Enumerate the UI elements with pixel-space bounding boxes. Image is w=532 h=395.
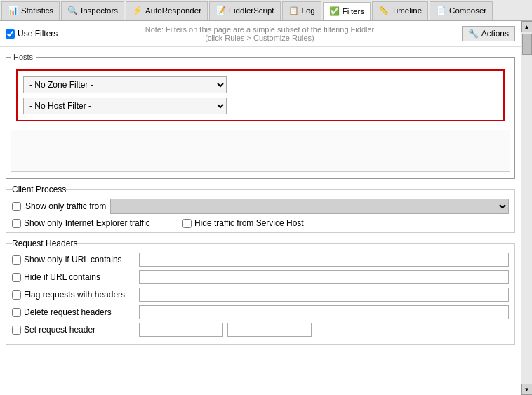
main-content: Use Filters Note: Filters on this page a…: [0, 21, 532, 395]
tab-fiddlerscript[interactable]: 📝 FiddlerScript: [209, 1, 281, 20]
scrollbar-up-button[interactable]: ▲: [521, 21, 533, 32]
hide-url-input[interactable]: [139, 270, 509, 284]
inspectors-icon: 🔍: [67, 6, 78, 15]
hide-url-label[interactable]: Hide if URL contains: [12, 272, 135, 282]
hide-service-host-checkbox[interactable]: [182, 219, 192, 228]
show-only-traffic-select[interactable]: [110, 199, 509, 214]
hosts-red-box: - No Zone Filter - Show only Intranet Ho…: [16, 69, 505, 121]
fiddlerscript-icon: 📝: [215, 6, 226, 15]
tab-filters-label: Filters: [343, 7, 364, 15]
tab-composer[interactable]: 📄 Composer: [430, 1, 493, 20]
flag-headers-input[interactable]: [139, 288, 509, 302]
content-area: Use Filters Note: Filters on this page a…: [0, 21, 521, 395]
log-icon: 📋: [288, 6, 299, 15]
tab-statistics[interactable]: 📊 Statistics: [1, 1, 60, 20]
delete-headers-input[interactable]: [139, 305, 509, 319]
bottom-spacer: [0, 351, 521, 365]
hide-url-text: Hide if URL contains: [24, 272, 100, 282]
tab-bar: 📊 Statistics 🔍 Inspectors ⚡ AutoResponde…: [0, 0, 532, 21]
hosts-legend: Hosts: [11, 53, 36, 61]
set-header-name-input[interactable]: [139, 323, 223, 337]
delete-headers-text: Delete request headers: [24, 307, 112, 317]
set-header-value-input[interactable]: [227, 323, 312, 337]
filters-icon: ✅: [329, 6, 340, 16]
show-ie-checkbox[interactable]: [12, 219, 21, 228]
scrollbar-track: ▲ ▼: [521, 21, 532, 395]
autoresponder-icon: ⚡: [132, 6, 142, 15]
tab-inspectors-label: Inspectors: [81, 6, 118, 15]
url-contains-checkbox[interactable]: [12, 255, 21, 265]
composer-icon: 📄: [436, 6, 446, 15]
tab-inspectors[interactable]: 🔍 Inspectors: [61, 1, 124, 20]
url-contains-label[interactable]: Show only if URL contains: [12, 255, 135, 265]
set-header-checkbox[interactable]: [12, 326, 21, 335]
tab-autoresponder-label: AutoResponder: [145, 6, 201, 15]
rh-row-delete-headers: Delete request headers: [12, 305, 509, 319]
delete-headers-label[interactable]: Delete request headers: [12, 307, 135, 317]
rh-row-url-contains: Show only if URL contains: [12, 253, 509, 267]
timeline-icon: 📏: [378, 6, 389, 15]
tab-log-label: Log: [302, 6, 315, 15]
note-text: Note: Filters on this page are a simple …: [63, 25, 455, 42]
inner-scroll[interactable]: Hosts - No Zone Filter - Show only Intra…: [0, 47, 521, 391]
rh-row-set-header: Set request header: [12, 323, 509, 337]
rh-row-flag-headers: Flag requests with headers: [12, 288, 509, 302]
scrollbar-thumb[interactable]: [522, 34, 532, 55]
use-filters-label[interactable]: Use Filters: [6, 29, 58, 39]
hosts-textarea[interactable]: [11, 130, 510, 172]
show-ie-text: Show only Internet Explorer traffic: [24, 218, 150, 228]
tab-statistics-label: Statistics: [21, 6, 53, 15]
ie-and-service-row: Show only Internet Explorer traffic Hide…: [12, 218, 509, 228]
tab-timeline[interactable]: 📏 Timeline: [372, 1, 428, 20]
tab-composer-label: Composer: [449, 6, 486, 15]
tab-log[interactable]: 📋 Log: [282, 1, 321, 20]
actions-button[interactable]: 🔧 Actions: [462, 26, 515, 41]
flag-headers-text: Flag requests with headers: [24, 290, 125, 300]
tab-fiddlerscript-label: FiddlerScript: [229, 6, 274, 15]
host-filter-select[interactable]: - No Host Filter - Hide connects to ...: [23, 98, 227, 114]
hide-service-host-text: Hide traffic from Service Host: [194, 218, 304, 228]
set-header-label[interactable]: Set request header: [12, 325, 135, 335]
flag-headers-label[interactable]: Flag requests with headers: [12, 290, 135, 300]
zone-filter-select[interactable]: - No Zone Filter - Show only Intranet Ho…: [23, 76, 227, 93]
tab-filters[interactable]: ✅ Filters: [323, 2, 371, 20]
show-only-traffic-row: Show only traffic from: [12, 199, 509, 214]
use-filters-text: Use Filters: [18, 29, 58, 39]
flag-headers-checkbox[interactable]: [12, 290, 21, 300]
client-process-section: Client Process Show only traffic from Sh…: [6, 185, 515, 233]
use-filters-checkbox[interactable]: [6, 29, 15, 39]
hosts-fieldset: Hosts - No Zone Filter - Show only Intra…: [6, 53, 515, 179]
show-only-traffic-label: Show only traffic from: [25, 201, 106, 211]
request-headers-legend: Request Headers: [12, 239, 77, 248]
set-header-text: Set request header: [24, 325, 95, 335]
tab-timeline-label: Timeline: [392, 6, 422, 15]
show-only-traffic-checkbox[interactable]: [12, 202, 21, 211]
show-ie-label[interactable]: Show only Internet Explorer traffic: [12, 218, 150, 228]
request-headers-section: Request Headers Show only if URL contain…: [6, 239, 515, 345]
hide-url-checkbox[interactable]: [12, 273, 21, 282]
rh-row-hide-url: Hide if URL contains: [12, 270, 509, 284]
statistics-icon: 📊: [8, 6, 18, 15]
actions-label: Actions: [481, 29, 509, 39]
actions-icon: 🔧: [468, 29, 479, 39]
hide-service-host-label[interactable]: Hide traffic from Service Host: [182, 218, 304, 228]
tab-autoresponder[interactable]: ⚡ AutoResponder: [126, 1, 208, 20]
client-process-legend: Client Process: [12, 185, 66, 194]
url-contains-input[interactable]: [139, 253, 509, 267]
toolbar: Use Filters Note: Filters on this page a…: [0, 21, 521, 47]
delete-headers-checkbox[interactable]: [12, 308, 21, 317]
url-contains-text: Show only if URL contains: [24, 255, 122, 265]
scrollbar-down-button[interactable]: ▼: [521, 384, 533, 395]
